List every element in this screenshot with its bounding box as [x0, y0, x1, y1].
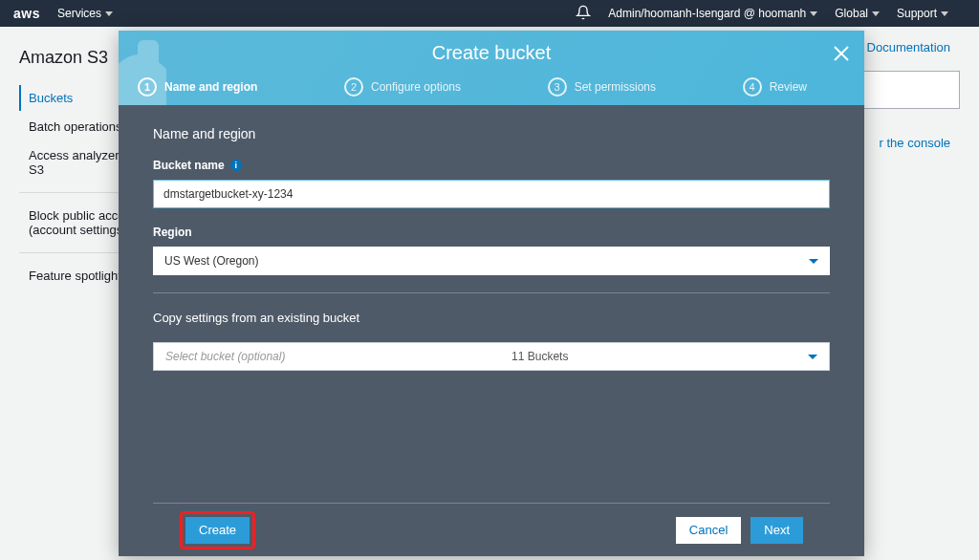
modal-title: Create bucket — [119, 42, 864, 64]
create-button[interactable]: Create — [185, 517, 250, 544]
sidebar-divider — [19, 192, 134, 193]
close-icon[interactable] — [832, 44, 851, 69]
region-label: Global — [835, 7, 868, 20]
bucket-name-label: Bucket name i — [153, 159, 830, 172]
bucket-count: 11 Buckets — [511, 350, 568, 363]
services-label: Services — [57, 7, 101, 20]
label-text: Copy settings from an existing bucket — [153, 311, 359, 325]
wizard-step-set-permissions[interactable]: 3 Set permissions — [548, 77, 656, 97]
svg-rect-0 — [138, 40, 159, 78]
section-title: Name and region — [153, 126, 830, 141]
wizard-step-review[interactable]: 4 Review — [743, 77, 807, 97]
notifications-icon[interactable] — [576, 5, 591, 23]
region-select[interactable]: US West (Oregon) — [153, 247, 830, 275]
copy-settings-field: Copy settings from an existing bucket Se… — [153, 311, 830, 371]
wizard-steps: 1 Name and region 2 Configure options 3 … — [119, 64, 864, 97]
chevron-down-icon — [808, 355, 817, 359]
console-link[interactable]: r the console — [880, 136, 950, 150]
caret-down-icon — [810, 11, 817, 16]
info-icon[interactable]: i — [230, 160, 242, 171]
create-button-highlight: Create — [180, 511, 255, 549]
aws-logo[interactable]: aws — [13, 6, 40, 21]
cancel-button[interactable]: Cancel — [676, 517, 741, 544]
sidebar-item-label: Buckets — [29, 91, 73, 105]
region-menu[interactable]: Global — [835, 7, 880, 20]
modal-header: Create bucket 1 Name and region 2 Config… — [119, 31, 864, 105]
bucket-name-field: Bucket name i — [153, 159, 830, 208]
wizard-step-configure-options[interactable]: 2 Configure options — [344, 77, 461, 97]
copy-settings-label: Copy settings from an existing bucket — [153, 311, 830, 325]
step-label: Set permissions — [575, 80, 656, 94]
header-decor-icon — [119, 31, 205, 105]
section-divider — [153, 292, 830, 293]
step-number: 3 — [548, 77, 567, 97]
support-menu[interactable]: Support — [897, 7, 948, 20]
modal-body: Name and region Bucket name i Region US … — [119, 105, 864, 503]
account-label: Admin/hoomanh-Isengard @ hoomanh — [608, 7, 806, 20]
step-label: Review — [770, 80, 807, 94]
discover-box — [855, 71, 960, 109]
step-number: 4 — [743, 77, 762, 97]
services-menu[interactable]: Services — [57, 7, 113, 20]
region-label: Region — [153, 226, 830, 239]
account-menu[interactable]: Admin/hoomanh-Isengard @ hoomanh — [608, 7, 817, 20]
step-label: Configure options — [371, 80, 461, 94]
label-text: Region — [153, 226, 192, 239]
create-bucket-modal: Create bucket 1 Name and region 2 Config… — [119, 31, 864, 556]
next-button[interactable]: Next — [751, 517, 803, 544]
label-text: Bucket name — [153, 159, 225, 172]
sidebar-item-label: Batch operations — [29, 119, 122, 134]
caret-down-icon — [872, 11, 880, 16]
documentation-link[interactable]: Documentation — [867, 40, 950, 54]
step-number: 2 — [344, 77, 363, 97]
caret-down-icon — [941, 11, 948, 16]
copy-placeholder: Select bucket (optional) — [165, 350, 285, 363]
region-field: Region US West (Oregon) — [153, 226, 830, 275]
sidebar-item-label: Feature spotlight — [29, 269, 121, 283]
support-label: Support — [897, 7, 937, 20]
region-value: US West (Oregon) — [164, 254, 258, 268]
modal-footer: Create Cancel Next — [153, 503, 830, 556]
bucket-name-input[interactable] — [153, 180, 830, 208]
copy-bucket-select[interactable]: Select bucket (optional) 11 Buckets — [153, 342, 830, 371]
top-header: aws Services Admin/hoomanh-Isengard @ ho… — [0, 0, 979, 27]
chevron-down-icon — [809, 259, 818, 264]
caret-down-icon — [105, 11, 113, 16]
sidebar-divider — [19, 252, 134, 253]
